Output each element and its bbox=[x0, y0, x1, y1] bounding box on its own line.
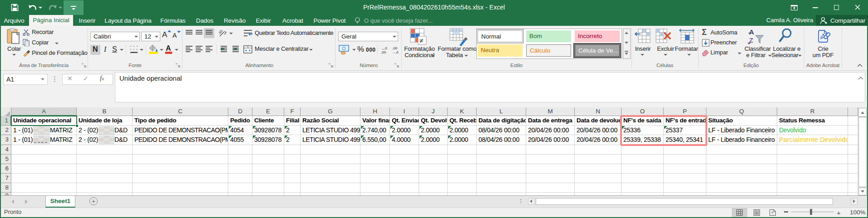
svg-text:A: A bbox=[749, 28, 754, 36]
svg-text:ab: ab bbox=[219, 29, 224, 35]
svg-text:.0: .0 bbox=[384, 46, 387, 50]
svg-text:,00: ,00 bbox=[381, 50, 386, 54]
svg-text:Z: Z bbox=[749, 36, 753, 44]
svg-text:,00: ,00 bbox=[392, 46, 398, 50]
svg-text:→,0: →,0 bbox=[392, 50, 399, 54]
svg-text:≠: ≠ bbox=[419, 37, 423, 44]
